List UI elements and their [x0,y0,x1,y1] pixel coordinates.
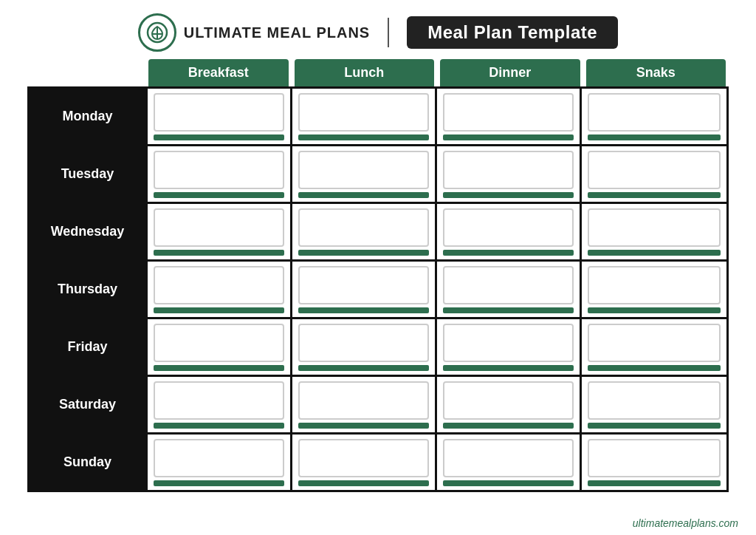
cell-footer-bar [154,250,284,256]
meal-cell-friday-breakfast[interactable] [148,319,292,375]
meal-cell-saturday-breakfast[interactable] [148,377,292,432]
meal-row: Monday [30,89,726,146]
col-header-snaks: Snaks [586,59,726,86]
cell-footer-bar [154,423,284,429]
meal-cell-wednesday-snaks[interactable] [582,204,726,259]
meal-input-thursday-dinner [443,266,574,304]
day-label-wednesday: Wednesday [30,204,148,259]
cell-footer-bar [298,250,429,256]
day-label-thursday: Thursday [30,262,148,317]
template-title: Meal Plan Template [407,16,618,49]
meal-cell-monday-lunch[interactable] [292,89,437,144]
meal-input-sunday-snaks [588,439,721,477]
cell-footer-bar [298,192,429,198]
brand-name-text: ULTIMATE MEAL PLANS [184,24,370,41]
cell-footer-bar [443,134,574,140]
cell-footer-bar [443,480,574,486]
col-header-breakfast: Breakfast [148,59,289,86]
day-label-tuesday: Tuesday [30,146,148,202]
meal-input-saturday-snaks [588,381,721,420]
meal-cell-saturday-dinner[interactable] [437,377,582,432]
meal-input-friday-breakfast [154,324,284,362]
cell-footer-bar [298,480,429,486]
meal-input-saturday-lunch [298,381,429,420]
cell-footer-bar [588,192,721,198]
meal-input-monday-snaks [588,93,721,132]
meal-input-tuesday-breakfast [154,151,284,189]
meal-input-thursday-snaks [588,266,721,304]
meal-cell-monday-breakfast[interactable] [148,89,292,144]
meal-input-wednesday-breakfast [154,208,284,247]
col-header-lunch: Lunch [295,59,435,86]
meal-input-monday-lunch [298,93,429,132]
page-footer: ultimatemealplans.com [0,514,756,535]
cell-footer-bar [154,134,284,140]
page-header: ULTIMATE MEAL PLANS Meal Plan Template [0,0,756,59]
cell-footer-bar [443,250,574,256]
meal-input-thursday-breakfast [154,266,284,304]
website-url: ultimatemealplans.com [633,517,738,529]
meal-cell-wednesday-lunch[interactable] [292,204,437,259]
meal-cell-friday-lunch[interactable] [292,319,437,375]
meal-rows: MondayTuesdayWednesdayThursdayFridaySatu… [27,86,729,492]
meal-cell-friday-snaks[interactable] [582,319,726,375]
cell-footer-bar [154,365,284,371]
cell-footer-bar [154,307,284,313]
cell-footer-bar [588,365,721,371]
cell-footer-bar [443,423,574,429]
meal-cell-saturday-snaks[interactable] [582,377,726,432]
meal-row: Sunday [30,435,726,490]
meal-input-tuesday-dinner [443,151,574,189]
header-divider [388,18,389,47]
meal-input-tuesday-lunch [298,151,429,189]
meal-input-wednesday-lunch [298,208,429,247]
meal-row: Saturday [30,377,726,435]
meal-cell-tuesday-dinner[interactable] [437,146,582,202]
cell-footer-bar [443,365,574,371]
cell-footer-bar [298,134,429,140]
meal-input-sunday-breakfast [154,439,284,477]
meal-cell-thursday-dinner[interactable] [437,262,582,317]
logo-area: ULTIMATE MEAL PLANS [138,13,370,52]
logo-icon [138,13,176,52]
cell-footer-bar [154,192,284,198]
meal-input-wednesday-dinner [443,208,574,247]
meal-input-monday-dinner [443,93,574,132]
meal-cell-tuesday-lunch[interactable] [292,146,437,202]
meal-row: Thursday [30,262,726,319]
meal-cell-sunday-snaks[interactable] [582,435,726,490]
meal-row: Friday [30,319,726,377]
cell-footer-bar [298,365,429,371]
meal-cell-sunday-dinner[interactable] [437,435,582,490]
meal-cell-thursday-lunch[interactable] [292,262,437,317]
meal-input-friday-dinner [443,324,574,362]
meal-cell-tuesday-breakfast[interactable] [148,146,292,202]
col-header-dinner: Dinner [440,59,580,86]
meal-cell-sunday-breakfast[interactable] [148,435,292,490]
column-headers: Breakfast Lunch Dinner Snaks [27,59,729,86]
meal-cell-thursday-breakfast[interactable] [148,262,292,317]
meal-cell-monday-dinner[interactable] [437,89,582,144]
meal-cell-wednesday-breakfast[interactable] [148,204,292,259]
meal-cell-thursday-snaks[interactable] [582,262,726,317]
cell-footer-bar [443,307,574,313]
meal-cell-saturday-lunch[interactable] [292,377,437,432]
cell-footer-bar [154,480,284,486]
day-label-sunday: Sunday [30,435,148,490]
meal-cell-wednesday-dinner[interactable] [437,204,582,259]
meal-cell-sunday-lunch[interactable] [292,435,437,490]
meal-cell-tuesday-snaks[interactable] [582,146,726,202]
day-label-friday: Friday [30,319,148,375]
meal-input-tuesday-snaks [588,151,721,189]
meal-input-sunday-lunch [298,439,429,477]
meal-cell-monday-snaks[interactable] [582,89,726,144]
cell-footer-bar [588,423,721,429]
meal-row: Wednesday [30,204,726,262]
cell-footer-bar [298,307,429,313]
meal-cell-friday-dinner[interactable] [437,319,582,375]
cell-footer-bar [443,192,574,198]
cell-footer-bar [588,134,721,140]
meal-input-monday-breakfast [154,93,284,132]
meal-input-friday-lunch [298,324,429,362]
meal-input-saturday-dinner [443,381,574,420]
